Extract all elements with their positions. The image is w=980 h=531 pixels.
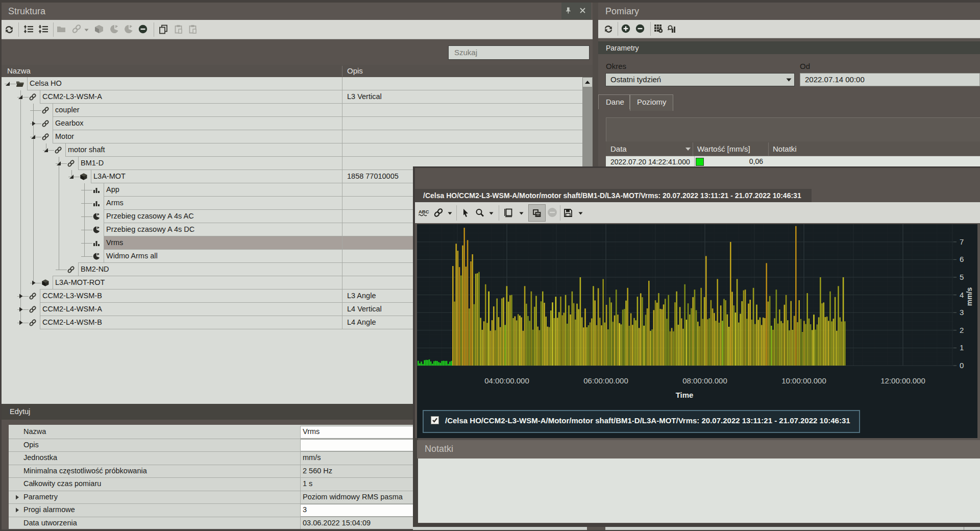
svg-text:7: 7 bbox=[960, 237, 964, 246]
svg-text:ABC: ABC bbox=[419, 209, 429, 214]
svg-text:2: 2 bbox=[960, 326, 964, 334]
svg-text:3: 3 bbox=[960, 308, 964, 317]
svg-text:0: 0 bbox=[960, 361, 964, 370]
svg-text:1: 1 bbox=[960, 343, 964, 352]
svg-text:mm/s: mm/s bbox=[965, 287, 973, 306]
svg-text:6: 6 bbox=[960, 255, 964, 263]
svg-text:5: 5 bbox=[960, 273, 964, 281]
svg-text:4: 4 bbox=[960, 291, 964, 299]
